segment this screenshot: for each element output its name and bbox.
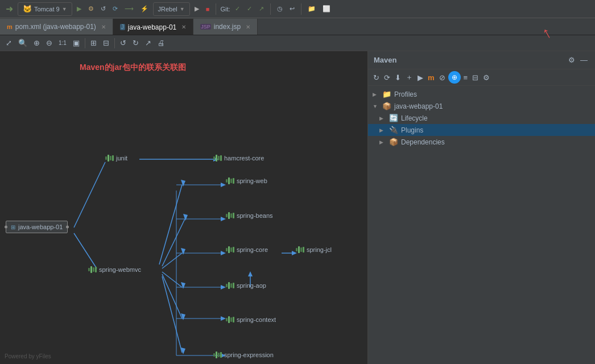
tab-webapp-close[interactable]: ✕ [181,24,186,30]
node-spring-aop[interactable]: spring-aop [226,282,266,289]
svg-marker-26 [221,217,226,221]
maven-settings-button[interactable]: ⚙ [567,55,577,65]
svg-line-6 [162,219,185,266]
node-spring-web[interactable]: spring-web [226,177,267,184]
powered-by: Powered by yFiles [5,353,51,359]
stop-button[interactable]: ▶ [192,2,201,16]
diagram-panel[interactable]: Maven的jar包中的联系关联图 [0,51,367,364]
node-spring-expression[interactable]: spring-expression [213,351,274,358]
svg-marker-29 [221,316,226,321]
run-config-selector[interactable]: 🐱 Tomcat 9 ▼ [18,2,72,16]
stop-run-button[interactable]: ■ [204,2,212,16]
tomcat-icon: 🐱 [23,5,32,13]
spring-webmvc-icon [88,266,97,273]
maven-m-button[interactable]: m [426,72,436,83]
rotate-right-button[interactable]: ↻ [130,38,141,48]
node-main[interactable]: ⊞ java-webapp-01 [6,221,68,233]
webapp-project-icon: 📦 [382,102,391,110]
sep3 [301,3,301,15]
diagram-title: Maven的jar包中的联系关联图 [80,63,186,73]
maven-special-icon: ⊕ [452,73,457,81]
tab-webapp[interactable]: J java-webapp-01 ✕ [113,19,193,35]
node-spring-webmvc-label: spring-webmvc [99,266,141,273]
history-button[interactable]: ◷ [275,2,285,16]
zoom-in-button[interactable]: ⊕ [31,38,42,48]
maven-download-button[interactable]: ⬇ [393,72,403,83]
profiles-chevron: ▶ [373,92,379,97]
node-spring-beans-label: spring-beans [237,212,273,219]
svg-line-4 [159,185,182,264]
maven-skip-button[interactable]: ⊘ [437,72,447,83]
main-area: Maven的jar包中的联系关联图 [0,51,595,364]
maven-columns-button[interactable]: ≡ [462,72,470,83]
zoom-fit-button[interactable]: ⊞ [88,38,99,48]
maven-toolbar: ↻ ⟳ ⬇ ＋ ▶ m ⊘ ⊕ ≡ ⊟ ⚙ [368,69,595,86]
junit-icon [105,155,114,162]
pom-icon: m [7,23,13,30]
profiles-label: Profiles [394,90,417,98]
window-button[interactable]: ⬜ [320,2,333,16]
build-button[interactable]: ⚙ [86,2,96,16]
zoom-to-selection-button[interactable]: 🔍 [16,38,30,48]
overview-button[interactable]: ▣ [71,38,82,48]
tab-index-close[interactable]: ✕ [246,24,250,30]
svg-marker-7 [183,214,188,221]
zoom-out-button[interactable]: ⊖ [44,38,55,48]
update-button[interactable]: ⟳ [110,2,120,16]
tree-item-dependencies[interactable]: ▶ 📦 Dependencies [368,136,595,148]
rerun-button[interactable]: ↺ [98,2,108,16]
tree-item-java-webapp-01[interactable]: ▼ 📦 java-webapp-01 [368,100,595,112]
maven-more-button[interactable]: ⚙ [481,72,491,83]
top-toolbar: ➜ 🐱 Tomcat 9 ▼ ▶ ⚙ ↺ ⟳ ⟶ ⚡ JRebel ▼ ▶ ■ … [0,0,595,18]
webapp-chevron: ▼ [373,104,379,109]
node-spring-core[interactable]: spring-core [226,246,268,253]
jrebel-hotswap-button[interactable]: ⚡ [138,2,151,16]
node-hamcrest-label: hamcrest-core [224,155,264,162]
svg-marker-15 [181,348,185,354]
svg-line-10 [162,272,182,287]
print-button[interactable]: 🖨 [155,38,167,48]
jrebel-config-selector[interactable]: JRebel ▼ [153,2,190,16]
maven-collapse-button[interactable]: — [579,55,589,65]
git-commit-button[interactable]: ✓ [233,2,242,16]
maven-refresh-button[interactable]: ↻ [371,72,381,83]
tree-item-lifecycle[interactable]: ▶ 🔄 Lifecycle [368,112,595,124]
node-spring-context[interactable]: spring-context [226,316,276,323]
export-button[interactable]: ↗ [143,38,154,48]
file-manager-button[interactable]: 📁 [305,2,318,16]
tree-item-plugins[interactable]: ▶ 🔌 Plugins [368,124,595,136]
undo-button[interactable]: ↩ [287,2,297,16]
tree-item-profiles[interactable]: ▶ 📁 Profiles [368,88,595,100]
maven-reimport-button[interactable]: ⟳ [382,72,392,83]
tab-index[interactable]: JSP index.jsp ✕ [193,19,258,35]
tab-pom-close[interactable]: ✕ [101,24,106,30]
maven-minimize-button[interactable]: ⊟ [470,72,480,83]
node-spring-beans[interactable]: spring-beans [226,212,273,219]
node-hamcrest[interactable]: hamcrest-core [213,155,264,162]
spring-jcl-icon [296,246,304,253]
maven-panel: Maven ⚙ — ↻ ⟳ ⬇ ＋ ▶ m ⊘ ⊕ ≡ ⊟ ⚙ ↑ [367,51,595,364]
fit-page-button[interactable]: ⤢ [3,38,14,48]
tab-pom[interactable]: m pom.xml (java-webapp-01) ✕ [0,19,113,35]
spring-context-icon [226,316,234,323]
node-junit[interactable]: junit [105,155,127,162]
svg-marker-25 [221,183,226,187]
spring-beans-icon [226,212,234,219]
git-pull-button[interactable]: ↗ [257,2,266,16]
zoom-100-button[interactable]: 1:1 [56,39,69,47]
rotate-left-button[interactable]: ↺ [118,38,129,48]
maven-add-button[interactable]: ＋ [404,71,415,84]
node-spring-jcl[interactable]: spring-jcl [296,246,332,253]
node-spring-webmvc[interactable]: spring-webmvc [88,266,141,273]
forward-button[interactable]: ⟶ [122,2,136,16]
back-button[interactable]: ➜ [3,2,15,16]
node-spring-context-label: spring-context [237,316,276,323]
maven-special-button[interactable]: ⊕ [448,71,461,84]
zoom-frame-button[interactable]: ⊟ [101,38,111,48]
svg-line-8 [162,253,182,268]
run-button[interactable]: ▶ [75,2,84,16]
git-push-button[interactable]: ✓ [245,2,254,16]
tab-index-label: index.jsp [214,23,241,31]
maven-run-button[interactable]: ▶ [416,72,425,83]
svg-marker-13 [181,313,185,320]
